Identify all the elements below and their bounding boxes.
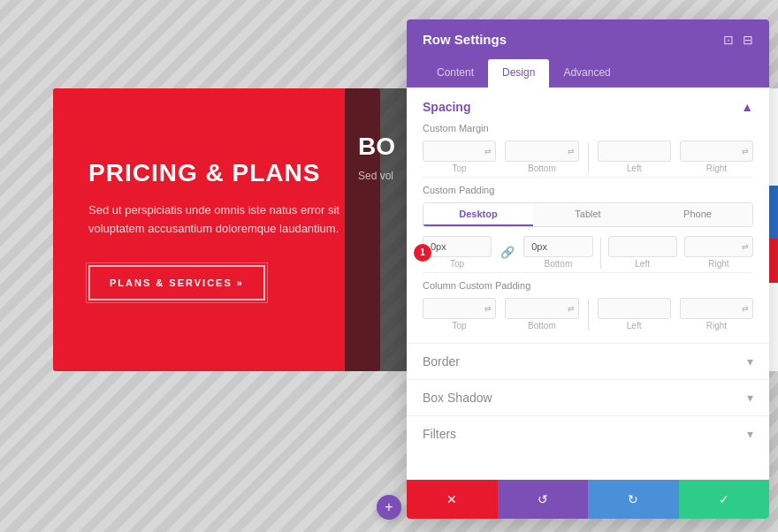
device-tab-tablet[interactable]: Tablet [533,203,643,226]
spacing-title: Spacing [423,100,470,114]
device-tab-desktop[interactable]: Desktop [423,203,533,226]
plus-icon: + [385,499,393,515]
panel-footer: ✕ ↺ ↻ ✓ [407,479,769,519]
filters-section: Filters ▾ [407,415,769,452]
border-toggle-icon[interactable]: ▾ [747,354,753,369]
padding-right-field: ⇄ Right [684,236,753,269]
cancel-button[interactable]: ✕ [407,480,498,519]
col-padding-right-icon: ⇄ [742,304,749,313]
col-padding-bottom-label: Bottom [528,321,556,331]
margin-top-field: ⇄ Top [423,141,496,173]
fullscreen-icon[interactable]: ⊡ [723,33,734,47]
device-tabs: Desktop Tablet Phone [423,202,753,227]
pricing-card-description: Sed ut perspiciatis unde omnis iste natu… [88,201,345,239]
margin-separator [588,142,589,173]
panel-header: Row Settings ⊡ ⊟ [407,19,769,59]
padding-bottom-input[interactable] [523,236,592,257]
col-padding-bottom-field: ⇄ Bottom [505,298,578,331]
tab-content[interactable]: Content [423,59,488,87]
box-shadow-section: Box Shadow ▾ [407,379,769,415]
padding-top-input[interactable] [423,236,492,257]
link-icon[interactable]: 🔗 [499,246,516,259]
pricing-card: PRICING & PLANS Sed ut perspiciatis unde… [53,88,380,371]
col-padding-top-label: Top [453,321,467,331]
margin-top-icon: ⇄ [484,147,492,156]
padding-bottom-field: Bottom [523,236,592,269]
margin-left-label: Left [627,163,642,173]
margin-left-field: Left [598,141,671,173]
filters-section-header[interactable]: Filters ▾ [407,416,769,452]
margin-right-label: Right [706,163,727,173]
col-padding-right-label: Right [706,321,727,331]
margin-bottom-icon: ⇄ [568,147,575,156]
padding-top-label: Top [450,259,464,269]
col-padding-left-label: Left [627,321,642,331]
step-badge-1: 1 [414,244,431,262]
margin-divider [423,177,753,178]
margin-right-icon: ⇄ [742,147,749,156]
col-padding-left-field: Left [598,298,671,331]
padding-left-input[interactable] [608,236,677,257]
box-shadow-toggle-icon[interactable]: ▾ [747,391,753,405]
confirm-icon: ✓ [719,492,729,506]
col-padding-bottom-icon: ⇄ [568,304,575,313]
padding-separator [600,238,601,269]
spacing-toggle-icon[interactable]: ▲ [741,100,753,114]
padding-divider [423,272,753,273]
panel-title: Row Settings [423,32,507,47]
col-padding-left-input[interactable] [598,298,671,319]
panel-header-icons: ⊡ ⊟ [723,33,753,47]
col-padding-right-field: ⇄ Right [680,298,753,331]
panel-tabs: Content Design Advanced [407,59,769,87]
border-section-header[interactable]: Border ▾ [407,344,769,379]
custom-margin-row: ⇄ Top ⇄ Bottom Left [423,141,753,173]
padding-bottom-label: Bottom [545,259,573,269]
reset-button[interactable]: ↺ [498,480,589,519]
column-padding-row: ⇄ Top ⇄ Bottom Left [423,298,753,331]
margin-bottom-label: Bottom [528,163,556,173]
margin-left-input[interactable] [598,141,671,162]
device-tab-phone[interactable]: Phone [643,203,752,226]
margin-right-field: ⇄ Right [680,141,753,173]
padding-left-label: Left [635,259,650,269]
margin-top-label: Top [453,163,467,173]
margin-bottom-field: ⇄ Bottom [505,141,578,173]
col-padding-separator [588,300,589,331]
redo-icon: ↻ [628,492,638,506]
box-shadow-title: Box Shadow [423,391,492,405]
padding-right-label: Right [708,259,728,269]
custom-margin-label: Custom Margin [423,123,753,133]
panel-body: Spacing ▲ Custom Margin ⇄ Top ⇄ [407,87,769,479]
border-section: Border ▾ [407,343,769,379]
pricing-card-title: PRICING & PLANS [88,159,345,187]
row-settings-panel: Row Settings ⊡ ⊟ Content Design Advanced… [407,19,769,519]
tab-advanced[interactable]: Advanced [549,59,624,87]
add-button[interactable]: + [377,495,401,520]
plans-services-button[interactable]: PLANS & SERVICES » [88,265,265,300]
cancel-icon: ✕ [446,492,457,506]
spacing-section-header[interactable]: Spacing ▲ [407,87,769,123]
columns-icon[interactable]: ⊟ [743,33,753,47]
custom-padding-label: Custom Padding [423,185,753,195]
confirm-button[interactable]: ✓ [679,480,770,519]
filters-title: Filters [423,427,456,441]
filters-toggle-icon[interactable]: ▾ [747,427,753,441]
border-title: Border [423,354,460,369]
column-custom-padding-label: Column Custom Padding [423,280,753,291]
padding-left-field: Left [608,236,677,269]
reset-icon: ↺ [538,492,548,506]
padding-row-1: 1 Top 🔗 Bottom [423,236,753,269]
spacing-content: Custom Margin ⇄ Top ⇄ Bottom [407,123,769,343]
box-shadow-section-header[interactable]: Box Shadow ▾ [407,380,769,415]
tab-design[interactable]: Design [488,59,549,87]
padding-top-field: Top [423,236,492,269]
col-padding-top-icon: ⇄ [484,304,492,313]
col-padding-top-field: ⇄ Top [423,298,496,331]
redo-button[interactable]: ↻ [588,480,679,519]
padding-right-icon: ⇄ [742,242,749,251]
